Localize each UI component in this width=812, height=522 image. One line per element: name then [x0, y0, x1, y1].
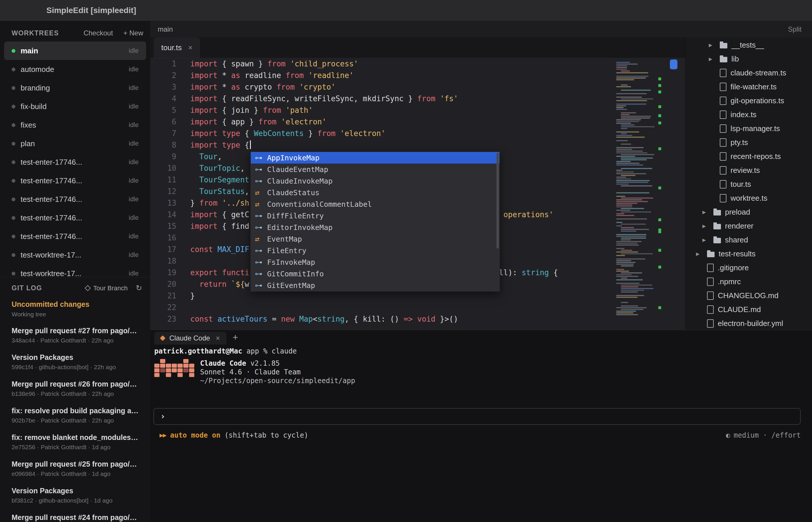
- prompt-chevron-icon: ›: [160, 408, 165, 424]
- worktree-item[interactable]: test-enter-17746... idle: [4, 227, 146, 246]
- autocomplete-item[interactable]: ⇄ EventMap: [251, 233, 500, 245]
- autocomplete-label: DiffFileEntry: [267, 212, 324, 220]
- auto-mode-label[interactable]: auto mode on: [170, 431, 220, 440]
- new-worktree-button[interactable]: + New: [123, 29, 143, 37]
- commit-item[interactable]: Merge pull request #26 from pago/p... b1…: [12, 380, 139, 397]
- file-tree-item[interactable]: ▸ electron-builder.yml: [686, 316, 812, 330]
- file-tree-item[interactable]: ▸ worktree.ts: [686, 191, 812, 205]
- line-number: 4: [150, 93, 176, 104]
- code-line[interactable]: 1 import { spawn } from 'child_process': [150, 58, 685, 69]
- file-tree-item[interactable]: ▸ index.ts: [686, 107, 812, 121]
- autocomplete-item[interactable]: ⊶ EditorInvokeMap: [251, 222, 500, 233]
- worktree-state-label: idle: [129, 233, 139, 240]
- autocomplete-item[interactable]: ⊶ FileEntry: [251, 245, 500, 256]
- checkout-button[interactable]: Checkout: [83, 29, 113, 37]
- split-button[interactable]: Split: [788, 25, 801, 33]
- worktree-item[interactable]: test-enter-17746... idle: [4, 190, 146, 208]
- file-tree-item[interactable]: ▸ file-watcher.ts: [686, 80, 812, 94]
- file-tree-item[interactable]: ▸ renderer: [686, 219, 812, 233]
- code-line[interactable]: 3 import * as crypto from 'crypto': [150, 81, 685, 93]
- tour-branch-button[interactable]: Tour Branch: [85, 284, 128, 292]
- worktree-status-dot: [12, 179, 15, 183]
- refresh-icon[interactable]: ↻: [136, 284, 142, 293]
- code-line[interactable]: 22: [150, 302, 685, 313]
- code-line[interactable]: 6 import { app } from 'electron': [150, 116, 685, 127]
- file-tree-item[interactable]: ▸ CLAUDE.md: [686, 302, 812, 316]
- file-tree-item[interactable]: ▸ .npmrc: [686, 275, 812, 288]
- file-tree-item[interactable]: ▸ .gitignore: [686, 261, 812, 275]
- commit-title: Version Packages: [12, 487, 139, 495]
- effort-indicator[interactable]: ◐ medium · /effort: [726, 431, 801, 440]
- worktree-item[interactable]: test-worktree-17... idle: [4, 246, 146, 264]
- pane-branch-label: main: [158, 25, 788, 33]
- interface-symbol-icon: ⊶: [255, 165, 267, 174]
- autocomplete-item[interactable]: ⊶ AppInvokeMap: [251, 152, 500, 164]
- code-line[interactable]: 23 const activeTours = new Map<string, {…: [150, 313, 685, 325]
- uncommitted-changes[interactable]: Uncommitted changes: [12, 300, 139, 308]
- commit-item[interactable]: Version Packages bf381c2 · github-action…: [12, 487, 139, 504]
- autocomplete-item[interactable]: ⇄ ClaudeStatus: [251, 187, 500, 198]
- worktree-item[interactable]: main idle: [4, 41, 146, 60]
- new-terminal-button[interactable]: +: [233, 332, 238, 342]
- autocomplete-item[interactable]: ⊶ ClaudeEventMap: [251, 164, 500, 175]
- file-tree-item[interactable]: ▸ lsp-manager.ts: [686, 121, 812, 136]
- line-number: 7: [150, 127, 176, 139]
- minimap[interactable]: [616, 60, 657, 318]
- commit-item[interactable]: Merge pull request #24 from pago/p...: [12, 513, 139, 522]
- commit-item[interactable]: Merge pull request #27 from pago/c... 34…: [12, 326, 139, 344]
- file-tree-item[interactable]: ▸ tour.ts: [686, 177, 812, 191]
- code-line[interactable]: 2 import * as readline from 'readline': [150, 69, 685, 81]
- code-line[interactable]: 21 }: [150, 290, 685, 302]
- autocomplete-scrollbar[interactable]: [496, 153, 499, 248]
- file-tree-item[interactable]: ▸ shared: [686, 233, 812, 247]
- terminal-tab-claude-code[interactable]: Claude Code ×: [154, 332, 226, 344]
- worktree-item[interactable]: test-enter-17746... idle: [4, 153, 146, 172]
- file-tree-item[interactable]: ▸ claude-stream.ts: [686, 66, 812, 80]
- commit-item[interactable]: fix: remove blanket node_modules e... 2e…: [12, 433, 139, 451]
- editor-scrollbar[interactable]: [670, 59, 677, 69]
- commit-item[interactable]: Version Packages 599c1f4 · github-action…: [12, 353, 139, 370]
- worktree-item[interactable]: fix-build idle: [4, 97, 146, 116]
- worktree-item[interactable]: plan idle: [4, 134, 146, 153]
- file-tree-item[interactable]: ▸ CHANGELOG.md: [686, 288, 812, 302]
- commit-item[interactable]: Merge pull request #25 from pago/c... e0…: [12, 460, 139, 477]
- close-icon[interactable]: ×: [216, 334, 220, 342]
- autocomplete-item[interactable]: ⇄ ConventionalCommentLabel: [251, 198, 500, 210]
- claude-model-line: Sonnet 4.6 · Claude Team: [200, 368, 355, 377]
- autocomplete-item[interactable]: ⊶ GitEventMap: [251, 280, 500, 291]
- worktree-item[interactable]: test-enter-17746... idle: [4, 208, 146, 227]
- file-tree-item[interactable]: ▸ test-results: [686, 247, 812, 261]
- code-line[interactable]: 7 import type { WebContents } from 'elec…: [150, 127, 685, 139]
- code-line[interactable]: 8 import type {: [150, 139, 685, 151]
- file-tree-item[interactable]: ▸ recent-repos.ts: [686, 149, 812, 163]
- file-tree-item[interactable]: ▸ preload: [686, 205, 812, 219]
- worktree-item[interactable]: test-worktree-17... idle: [4, 264, 146, 277]
- file-tree-item[interactable]: ▸ git-operations.ts: [686, 94, 812, 107]
- autocomplete-item[interactable]: ⊶ DiffFileEntry: [251, 210, 500, 222]
- autocomplete-item[interactable]: ⊶ FsInvokeMap: [251, 256, 500, 268]
- worktree-item[interactable]: fixes idle: [4, 116, 146, 134]
- worktree-item[interactable]: branding idle: [4, 79, 146, 97]
- worktree-item[interactable]: automode idle: [4, 60, 146, 79]
- worktree-status-dot: [12, 49, 15, 53]
- code-line[interactable]: 5 import { join } from 'path': [150, 104, 685, 116]
- file-tree-item[interactable]: ▸ pty.ts: [686, 136, 812, 149]
- worktree-item[interactable]: test-enter-17746... idle: [4, 172, 146, 190]
- autocomplete-item[interactable]: ⊶ ClaudeInvokeMap: [251, 175, 500, 187]
- commit-meta: b138e96 · Patrick Gotthardt · 22h ago: [12, 390, 139, 397]
- autocomplete-label: AppInvokeMap: [267, 154, 320, 162]
- file-name: tour.ts: [731, 180, 751, 189]
- code-line[interactable]: 4 import { readFileSync, writeFileSync, …: [150, 93, 685, 104]
- file-tree-item[interactable]: ▸ review.ts: [686, 163, 812, 177]
- autocomplete-item[interactable]: ⊶ GitCommitInfo: [251, 268, 500, 280]
- tour-branch-label: Tour Branch: [94, 284, 128, 292]
- terminal-body[interactable]: patrick.gotthardt@Mac app % claude Claud…: [150, 344, 812, 522]
- file-tree-item[interactable]: ▸ __tests__: [686, 38, 812, 52]
- editor-tab-tour-ts[interactable]: tour.ts ×: [154, 37, 200, 58]
- claude-input-box[interactable]: ›: [154, 408, 801, 425]
- worktree-state-label: idle: [129, 103, 139, 110]
- close-icon[interactable]: ×: [188, 43, 192, 52]
- branch-spark-icon: [84, 285, 90, 291]
- file-tree-item[interactable]: ▸ lib: [686, 52, 812, 66]
- commit-item[interactable]: fix: resolve prod build packaging an... …: [12, 406, 139, 424]
